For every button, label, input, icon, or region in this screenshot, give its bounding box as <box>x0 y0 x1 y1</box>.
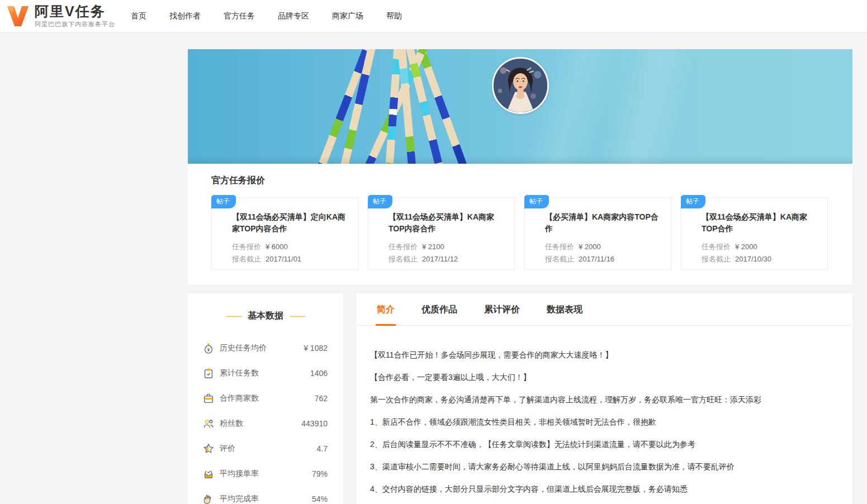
deadline-label: 报名截止 <box>389 253 418 265</box>
heading-dash: —— <box>290 311 305 321</box>
stat-accept-rate: 平均接单率 79% <box>188 461 343 486</box>
stat-label: 平均完成率 <box>220 494 259 504</box>
task-card[interactable]: 帖子 【双11会场必买清单】KA商家TOP内容合作 任务报价 ¥ 2100 报名… <box>368 197 515 270</box>
main-nav: 首页 找创作者 官方任务 品牌专区 商家广场 帮助 <box>131 11 402 21</box>
task-price: ¥ 2000 <box>735 241 757 253</box>
section-title: 官方任务报价 <box>211 175 829 187</box>
completion-rate-icon <box>202 493 215 504</box>
deadline-label: 报名截止 <box>545 253 574 265</box>
task-clipboard-icon <box>202 367 215 379</box>
avatar-portrait <box>494 59 547 112</box>
nav-brand-zone[interactable]: 品牌专区 <box>278 11 309 21</box>
intro-paragraph: 4、交付内容的链接，大部分只显示部分文字内容，但渠道上线后会展现完整版，务必请知… <box>370 478 839 500</box>
stat-total-tasks: 累计任务数 1406 <box>188 360 343 386</box>
avatar[interactable] <box>492 57 549 114</box>
task-card[interactable]: 帖子 【双11会场必买清单】KA商家TOP合作 任务报价 ¥ 2000 报名截止… <box>681 197 828 270</box>
basic-data-heading: —— 基本数据 —— <box>188 310 343 322</box>
nav-home[interactable]: 首页 <box>131 11 146 21</box>
star-icon <box>202 443 215 455</box>
basic-data-panel: —— 基本数据 —— ¥ 历史任务均价 ¥ 1082 累计 <box>188 293 343 504</box>
deadline-label: 报名截止 <box>702 253 731 265</box>
stat-label: 合作商家数 <box>220 393 259 403</box>
price-label: 任务报价 <box>545 241 574 253</box>
stat-partner-merchants: 合作商家数 762 <box>188 386 343 411</box>
stat-value: ¥ 1082 <box>304 344 328 353</box>
logo-subtitle: 阿里巴巴旗下内容服务平台 <box>35 20 115 28</box>
task-deadline: 2017/10/30 <box>735 253 771 265</box>
task-card[interactable]: 帖子 【必买清单】KA商家内容TOP合作 任务报价 ¥ 2000 报名截止 20… <box>524 197 671 270</box>
stat-value: 54% <box>312 495 328 503</box>
tab-cumulative-reviews[interactable]: 累计评价 <box>484 293 520 326</box>
stat-label: 粉丝数 <box>220 419 243 429</box>
task-deadline: 2017/11/12 <box>422 253 458 265</box>
nav-help[interactable]: 帮助 <box>386 11 402 21</box>
task-title: 【双11会场必买清单】定向KA商家TOP内容合作 <box>232 211 350 235</box>
task-price: ¥ 2000 <box>579 241 601 253</box>
stat-completion-rate: 平均完成率 54% <box>188 486 343 504</box>
post-badge: 帖子 <box>681 195 705 208</box>
task-deadline: 2017/11/16 <box>579 253 614 265</box>
stat-label: 平均接单率 <box>220 469 259 479</box>
task-cards: 帖子 【双11会场必买清单】定向KA商家TOP内容合作 任务报价 ¥ 6000 … <box>211 197 829 270</box>
briefcase-icon <box>202 392 215 405</box>
detail-tabbar: 简介 优质作品 累计评价 数据表现 <box>357 293 852 326</box>
tab-data-performance[interactable]: 数据表现 <box>547 293 582 326</box>
stat-label: 历史任务均价 <box>220 343 267 353</box>
nav-official-tasks[interactable]: 官方任务 <box>224 11 255 21</box>
intro-paragraph: 2、后台阅读量显示不不不准确，【任务文章阅读数】无法统计到渠道流量，请不要以此为… <box>370 433 839 455</box>
post-badge: 帖子 <box>524 195 549 208</box>
task-title: 【必买清单】KA商家内容TOP合作 <box>545 211 663 235</box>
stat-value: 762 <box>315 394 328 403</box>
heading-dash: —— <box>226 311 241 321</box>
nav-merchant-plaza[interactable]: 商家广场 <box>332 11 363 21</box>
stat-value: 79% <box>312 469 328 478</box>
intro-paragraph: 1、新店不合作，领域必须跟潮流女性类目相关，非相关领域暂时无法合作，很抱歉 <box>370 411 839 433</box>
stat-rating: 评价 4.7 <box>188 436 343 461</box>
nav-find-creators[interactable]: 找创作者 <box>169 11 201 21</box>
intro-text: 【双11合作已开始！多会场同步展现，需要合作的商家大大速度咯！】 【合作必看，一… <box>357 326 852 504</box>
task-price: ¥ 6000 <box>266 241 288 253</box>
post-badge: 帖子 <box>368 195 392 208</box>
task-title: 【双11会场必买清单】KA商家TOP内容合作 <box>389 211 506 235</box>
post-badge: 帖子 <box>211 195 236 208</box>
money-bag-icon: ¥ <box>202 342 215 354</box>
task-price: ¥ 2100 <box>422 241 444 253</box>
task-title: 【双11会场必买清单】KA商家TOP合作 <box>702 211 819 235</box>
intro-paragraph: 【双11合作已开始！多会场同步展现，需要合作的商家大大速度咯！】 <box>370 344 839 366</box>
intro-paragraph: 第一次合作的商家，务必沟通清楚再下单，了解渠道内容上线流程，理解万岁，务必联系唯… <box>370 388 839 411</box>
profile-detail-panel: 简介 优质作品 累计评价 数据表现 【双11合作已开始！多会场同步展现，需要合作… <box>357 293 852 504</box>
basic-data-title: 基本数据 <box>248 310 283 322</box>
task-deadline: 2017/11/01 <box>266 253 301 265</box>
price-label: 任务报价 <box>389 241 418 253</box>
official-tasks-section: 官方任务报价 帖子 【双11会场必买清单】定向KA商家TOP内容合作 任务报价 … <box>188 164 852 284</box>
top-header: 阿里V任务 阿里巴巴旗下内容服务平台 首页 找创作者 官方任务 品牌专区 商家广… <box>0 0 867 32</box>
task-card[interactable]: 帖子 【双11会场必买清单】定向KA商家TOP内容合作 任务报价 ¥ 6000 … <box>211 197 358 270</box>
logo[interactable]: 阿里V任务 阿里巴巴旗下内容服务平台 <box>6 4 115 28</box>
fans-icon <box>202 417 215 430</box>
stat-fans: 粉丝数 443910 <box>188 411 343 436</box>
svg-text:¥: ¥ <box>207 347 210 352</box>
price-label: 任务报价 <box>702 241 731 253</box>
stat-history-price: ¥ 历史任务均价 ¥ 1082 <box>188 335 343 360</box>
price-label: 任务报价 <box>232 241 261 253</box>
stat-label: 评价 <box>220 444 235 454</box>
stat-label: 累计任务数 <box>220 368 259 378</box>
logo-title: 阿里V任务 <box>35 4 115 18</box>
accept-rate-icon <box>202 468 215 480</box>
tab-featured-works[interactable]: 优质作品 <box>421 293 457 326</box>
intro-paragraph: 【合作必看，一定要看3遍以上哦，大大们！】 <box>370 366 839 388</box>
stat-value: 443910 <box>301 419 328 428</box>
deadline-label: 报名截止 <box>232 253 261 265</box>
tab-intro[interactable]: 简介 <box>377 293 395 326</box>
intro-paragraph: 3、渠道审核小二需要时间，请大家务必耐心等待渠道上线，以阿里妈妈后台流量数据为准… <box>370 455 839 478</box>
stat-value: 4.7 <box>317 444 328 453</box>
stat-value: 1406 <box>310 369 328 378</box>
ali-v-logo-icon <box>6 4 30 28</box>
profile-banner: 添添要向上V 潮女搭配师 443910 关注 <box>188 49 852 164</box>
